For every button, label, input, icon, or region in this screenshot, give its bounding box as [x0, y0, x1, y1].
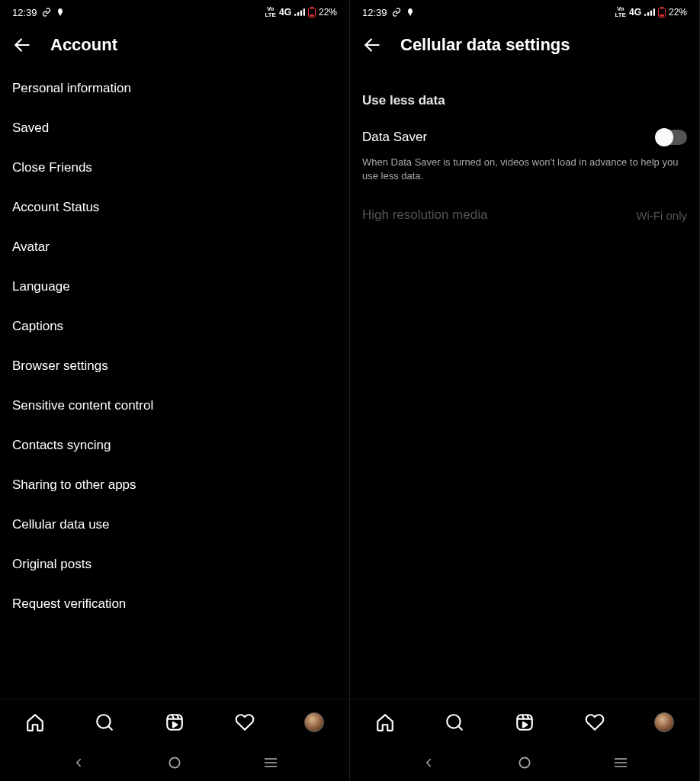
- avatar: [654, 712, 674, 732]
- nav-home[interactable]: [18, 705, 52, 739]
- link-icon: [42, 8, 51, 17]
- item-cellular-data-use[interactable]: Cellular data use: [12, 505, 337, 545]
- page-title: Cellular data settings: [400, 35, 570, 55]
- svg-line-28: [459, 726, 462, 729]
- system-nav: [0, 744, 349, 781]
- sys-recent[interactable]: [604, 746, 637, 779]
- nav-activity[interactable]: [228, 705, 262, 739]
- svg-point-15: [169, 757, 179, 767]
- bottom-nav: [350, 699, 699, 744]
- svg-rect-29: [517, 715, 532, 730]
- status-bar: 12:39 VoLTE 4G 22%: [0, 0, 349, 24]
- svg-line-9: [109, 726, 112, 729]
- network-type: 4G: [629, 7, 641, 18]
- item-close-friends[interactable]: Close Friends: [12, 148, 337, 188]
- screen-account: 12:39 VoLTE 4G 22% Account Personal: [0, 0, 350, 781]
- svg-rect-20: [647, 12, 649, 16]
- item-browser-settings[interactable]: Browser settings: [12, 346, 337, 386]
- nav-home[interactable]: [368, 705, 402, 739]
- item-sensitive-content[interactable]: Sensitive content control: [12, 386, 337, 426]
- header: Cellular data settings: [350, 24, 699, 69]
- account-list: Personal information Saved Close Friends…: [0, 69, 349, 699]
- high-res-row: High resolution media Wi-Fi only: [362, 197, 687, 233]
- svg-rect-0: [294, 14, 296, 15]
- svg-marker-14: [173, 722, 177, 728]
- item-saved[interactable]: Saved: [12, 108, 337, 148]
- back-button[interactable]: [362, 35, 382, 55]
- link-icon: [392, 8, 401, 17]
- svg-rect-10: [167, 715, 182, 730]
- battery-icon: [658, 7, 666, 18]
- item-personal-information[interactable]: Personal information: [12, 69, 337, 108]
- item-language[interactable]: Language: [12, 267, 337, 307]
- data-saver-toggle[interactable]: [657, 130, 687, 145]
- svg-rect-19: [644, 14, 646, 15]
- sys-home[interactable]: [508, 746, 541, 779]
- battery-percent: 22%: [669, 7, 687, 18]
- network-type: 4G: [279, 7, 291, 18]
- svg-marker-33: [523, 722, 527, 728]
- section-use-less-data: Use less data: [362, 69, 687, 124]
- nav-reels[interactable]: [158, 705, 191, 739]
- status-time: 12:39: [362, 7, 387, 18]
- signal-icon: [644, 8, 655, 17]
- data-saver-helper: When Data Saver is turned on, videos won…: [362, 153, 687, 197]
- data-saver-label: Data Saver: [362, 130, 427, 145]
- status-time: 12:39: [12, 7, 37, 18]
- toggle-knob: [655, 128, 673, 146]
- screen-cellular: 12:39 VoLTE 4G 22% Cellular data setting…: [350, 0, 700, 781]
- back-button[interactable]: [12, 35, 32, 55]
- volte-indicator: VoLTE: [265, 6, 276, 18]
- item-contacts-syncing[interactable]: Contacts syncing: [12, 426, 337, 465]
- svg-rect-6: [310, 14, 314, 17]
- nav-profile[interactable]: [297, 705, 331, 739]
- bottom-nav: [0, 699, 349, 744]
- signal-icon: [294, 8, 305, 17]
- svg-rect-2: [300, 11, 302, 16]
- nav-profile[interactable]: [647, 705, 681, 739]
- item-request-verification[interactable]: Request verification: [12, 584, 337, 624]
- sys-recent[interactable]: [254, 746, 287, 779]
- svg-rect-1: [297, 12, 299, 16]
- high-res-label: High resolution media: [362, 207, 487, 223]
- high-res-value: Wi-Fi only: [636, 209, 687, 222]
- sys-back[interactable]: [412, 746, 445, 779]
- nav-search[interactable]: [88, 705, 121, 739]
- item-avatar[interactable]: Avatar: [12, 227, 337, 267]
- item-account-status[interactable]: Account Status: [12, 188, 337, 227]
- item-captions[interactable]: Captions: [12, 307, 337, 346]
- rocket-icon: [406, 8, 415, 17]
- data-saver-row[interactable]: Data Saver: [362, 124, 687, 153]
- page-title: Account: [50, 35, 117, 55]
- volte-indicator: VoLTE: [615, 6, 626, 18]
- header: Account: [0, 24, 349, 69]
- nav-reels[interactable]: [508, 705, 541, 739]
- battery-percent: 22%: [319, 7, 337, 18]
- status-bar: 12:39 VoLTE 4G 22%: [350, 0, 699, 24]
- battery-icon: [308, 7, 316, 18]
- rocket-icon: [56, 8, 65, 17]
- system-nav: [350, 744, 699, 781]
- item-sharing-other-apps[interactable]: Sharing to other apps: [12, 465, 337, 505]
- cellular-content: Use less data Data Saver When Data Saver…: [350, 69, 699, 699]
- avatar: [304, 712, 324, 732]
- svg-point-34: [519, 757, 529, 767]
- nav-search[interactable]: [438, 705, 471, 739]
- sys-back[interactable]: [62, 746, 95, 779]
- svg-rect-25: [660, 14, 664, 17]
- svg-rect-3: [303, 8, 305, 15]
- svg-rect-22: [653, 8, 655, 15]
- item-original-posts[interactable]: Original posts: [12, 545, 337, 584]
- svg-rect-21: [650, 11, 652, 16]
- sys-home[interactable]: [158, 746, 191, 779]
- nav-activity[interactable]: [578, 705, 612, 739]
